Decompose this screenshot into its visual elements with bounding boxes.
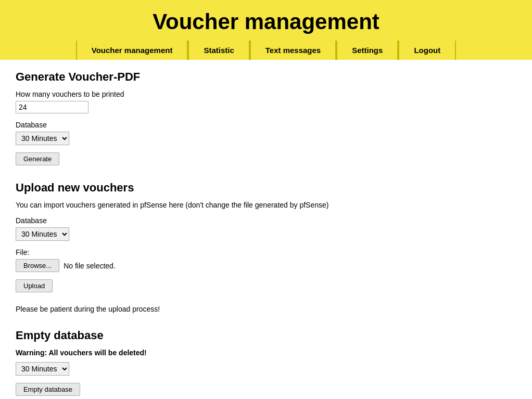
empty-section-title: Empty database — [16, 329, 516, 342]
voucher-count-input[interactable] — [16, 101, 88, 113]
upload-button[interactable]: Upload — [16, 279, 53, 292]
page-title: Voucher management — [0, 9, 532, 34]
upload-notice: Please be patient during the upload proc… — [16, 305, 516, 313]
voucher-count-label: How many vouchers to be printed — [16, 90, 516, 98]
voucher-count-group: How many vouchers to be printed — [16, 90, 516, 113]
generate-section-title: Generate Voucher-PDF — [16, 70, 516, 84]
nav-statistic[interactable]: Statistic — [188, 41, 249, 60]
upload-section: Upload new vouchers You can import vouch… — [16, 181, 516, 313]
nav-settings[interactable]: Settings — [336, 41, 398, 60]
file-label: File: — [16, 248, 516, 256]
generate-database-select[interactable]: 30 Minutes 60 Minutes 1 Day — [16, 132, 69, 145]
upload-section-title: Upload new vouchers — [16, 181, 516, 195]
main-content: Generate Voucher-PDF How many vouchers t… — [0, 60, 532, 399]
empty-database-select[interactable]: 30 Minutes 60 Minutes 1 Day — [16, 362, 69, 376]
navigation: Voucher management Statistic Text messag… — [0, 41, 532, 60]
upload-database-label: Database — [16, 216, 516, 225]
nav-voucher-management[interactable]: Voucher management — [76, 41, 188, 60]
upload-database-group: Database 30 Minutes 60 Minutes 1 Day — [16, 216, 516, 241]
generate-section: Generate Voucher-PDF How many vouchers t… — [16, 70, 516, 165]
warning-text: Warning: All vouchers will be deleted! — [16, 349, 516, 357]
nav-text-messages[interactable]: Text messages — [250, 41, 336, 60]
empty-database-button[interactable]: Empty database — [16, 383, 80, 396]
generate-database-group: Database 30 Minutes 60 Minutes 1 Day — [16, 121, 516, 145]
upload-description: You can import vouchers generated in pfS… — [16, 201, 516, 209]
page-header: Voucher management Voucher management St… — [0, 0, 532, 60]
generate-database-label: Database — [16, 121, 516, 129]
file-row: Browse... No file selected. — [16, 259, 516, 272]
no-file-text: No file selected. — [64, 262, 116, 270]
nav-logout[interactable]: Logout — [398, 41, 456, 60]
upload-database-select[interactable]: 30 Minutes 60 Minutes 1 Day — [16, 227, 69, 241]
generate-button[interactable]: Generate — [16, 152, 59, 165]
empty-section: Empty database Warning: All vouchers wil… — [16, 329, 516, 396]
file-group: File: Browse... No file selected. — [16, 248, 516, 272]
empty-database-group: 30 Minutes 60 Minutes 1 Day — [16, 362, 516, 376]
browse-button[interactable]: Browse... — [16, 259, 59, 272]
